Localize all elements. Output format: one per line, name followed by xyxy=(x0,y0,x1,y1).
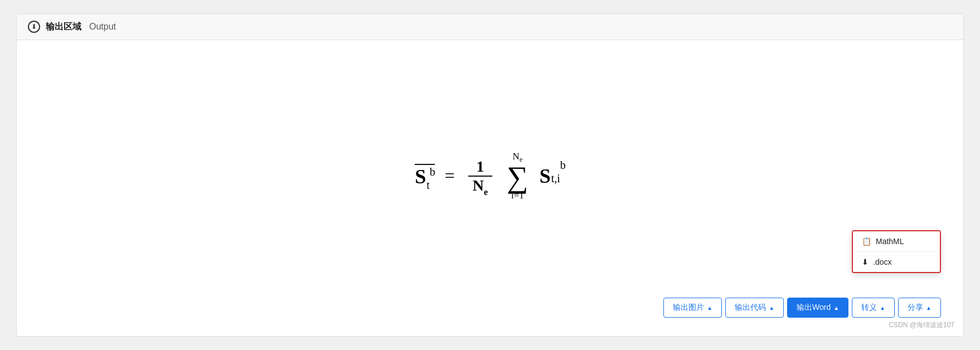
panel-title-zh: 输出区域 xyxy=(46,21,81,33)
output-panel: ⬇ 输出区域 Output S t b xyxy=(16,13,964,337)
panel-header: ⬇ 输出区域 Output xyxy=(17,14,963,40)
docx-label: .docx xyxy=(873,257,891,266)
mathml-icon: 📋 xyxy=(862,237,871,246)
frac-denominator: Ne xyxy=(468,177,492,195)
rhs-term: S t,i b xyxy=(540,164,565,188)
escape-label: 转义 xyxy=(861,303,877,313)
lhs-superscript: b xyxy=(430,166,435,178)
lhs-subscript: t xyxy=(426,179,430,192)
dropdown-item-docx[interactable]: ⬇ .docx xyxy=(853,252,940,272)
frac-denom-N: N xyxy=(473,177,484,194)
export-word-button[interactable]: 输出Word ▲ xyxy=(787,298,848,318)
frac-numerator: 1 xyxy=(472,158,488,176)
watermark: CSDN @海绵波波107 xyxy=(889,320,954,330)
export-image-caret: ▲ xyxy=(707,305,712,311)
share-label: 分享 xyxy=(908,303,923,313)
outer-container: ⬇ 输出区域 Output S t b xyxy=(0,0,980,350)
share-caret: ▲ xyxy=(926,305,932,311)
bottom-toolbar: 输出图片 ▲ 输出代码 ▲ 输出Word ▲ 转义 ▲ 分享 ▲ xyxy=(663,298,941,318)
export-code-label: 输出代码 xyxy=(735,303,766,313)
mathml-label: MathML xyxy=(876,237,904,246)
rhs-superscript: b xyxy=(560,159,566,172)
escape-caret: ▲ xyxy=(880,305,885,311)
lhs-inner: S t b xyxy=(415,165,435,188)
rhs-S: S xyxy=(540,164,551,188)
lhs-term: S t b xyxy=(415,164,435,189)
export-code-caret: ▲ xyxy=(769,305,774,311)
sigma-char: ∑ xyxy=(507,162,528,192)
formula-area: S t b = 1 Ne xyxy=(17,40,963,334)
rhs-subscript: t,i xyxy=(551,172,560,185)
docx-icon: ⬇ xyxy=(862,257,869,266)
export-image-button[interactable]: 输出图片 ▲ xyxy=(663,298,722,318)
frac-denom-sub: e xyxy=(484,187,488,197)
sigma-lower: i=1 xyxy=(511,190,524,201)
word-dropdown-popup: 📋 MathML ⬇ .docx xyxy=(852,230,941,273)
share-button[interactable]: 分享 ▲ xyxy=(898,298,941,318)
equals-sign: = xyxy=(445,166,455,186)
escape-button[interactable]: 转义 ▲ xyxy=(852,298,895,318)
panel-title-en: Output xyxy=(89,22,116,32)
panel-body: S t b = 1 Ne xyxy=(17,40,963,334)
lhs-S: S xyxy=(415,165,426,188)
export-word-caret: ▲ xyxy=(833,305,839,311)
export-image-label: 输出图片 xyxy=(673,303,704,313)
export-code-button[interactable]: 输出代码 ▲ xyxy=(725,298,784,318)
fraction: 1 Ne xyxy=(468,158,492,195)
sigma-symbol: Ne ∑ i=1 xyxy=(507,151,528,201)
export-word-label: 输出Word xyxy=(797,303,831,313)
dropdown-item-mathml[interactable]: 📋 MathML xyxy=(853,231,940,252)
math-formula: S t b = 1 Ne xyxy=(415,151,565,201)
collapse-icon[interactable]: ⬇ xyxy=(28,21,40,33)
